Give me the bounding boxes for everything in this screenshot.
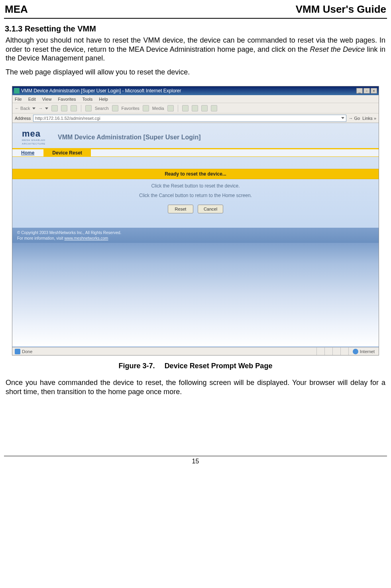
section-heading: 3.1.3 Resetting the VMM [0, 24, 391, 35]
window-titlebar: VMM Device Administration [Super User Lo… [12, 86, 379, 95]
page-content: mea MESH ENABLED ARCHITECTURE VMM Device… [12, 123, 379, 347]
cancel-button[interactable]: Cancel [198, 205, 223, 213]
doc-header-right: VMM User's Guide [296, 3, 386, 16]
page-footer: 15 [0, 456, 391, 471]
back-button[interactable]: ← Back [15, 106, 35, 111]
chevron-down-icon [32, 107, 35, 109]
copyright-footer: © Copyright 2003 MeshNetworks Inc., All … [12, 228, 379, 243]
stop-icon[interactable] [51, 105, 58, 111]
figure-label: Figure 3-7. [119, 362, 155, 370]
menu-view[interactable]: View [42, 97, 52, 102]
address-value: http://172.16.1.52/admin/reset.cgi [35, 116, 100, 121]
paragraph-1: Although you should not have to reset th… [0, 35, 391, 67]
go-label: Go [354, 116, 360, 121]
header-rule [4, 18, 387, 19]
address-bar: Address http://172.16.1.52/admin/reset.c… [12, 113, 379, 123]
status-done-label: Done [22, 349, 32, 354]
status-done: Done [12, 349, 35, 354]
window-buttons: _ ▫ × [356, 88, 377, 94]
tab-rest [91, 149, 379, 156]
ready-banner: Ready to reset the device... [12, 169, 379, 179]
status-internet-label: Internet [360, 349, 375, 354]
figure-caption: Figure 3-7.Device Reset Prompt Web Page [0, 359, 391, 377]
status-bar: Done Internet [12, 347, 379, 355]
back-label: Back [20, 106, 30, 111]
tab-strip: Home Device Reset [12, 148, 379, 157]
ie-icon [14, 88, 20, 94]
home-icon[interactable] [71, 105, 77, 111]
address-input[interactable]: http://172.16.1.52/admin/reset.cgi [33, 115, 346, 122]
go-button[interactable]: → Go [349, 116, 360, 121]
status-cell [324, 348, 332, 355]
moreinfo-link[interactable]: www.meshnetworks.com [64, 236, 108, 240]
status-cells: Internet [316, 348, 379, 355]
search-label: Search [95, 106, 109, 111]
chevron-down-icon[interactable] [341, 117, 344, 119]
history-icon[interactable] [167, 105, 174, 111]
discuss-icon[interactable] [211, 105, 217, 111]
print-icon[interactable] [192, 105, 198, 111]
forward-button[interactable]: → [39, 106, 48, 111]
tab-home[interactable]: Home [12, 149, 43, 156]
paragraph-3: Once you have commanded the device to re… [0, 377, 391, 400]
paragraph-2: The web page displayed will allow you to… [0, 67, 391, 81]
media-label: Media [152, 106, 164, 111]
window-title: VMM Device Administration [Super User Lo… [21, 88, 181, 94]
close-button[interactable]: × [371, 88, 377, 94]
internet-icon [353, 349, 358, 354]
figure-title: Device Reset Prompt Web Page [165, 362, 273, 370]
links-button[interactable]: Links » [362, 116, 376, 121]
logo-sub1: MESH ENABLED [22, 139, 51, 142]
instruction-2: Click the Cancel button to return to the… [12, 189, 379, 198]
menu-edit[interactable]: Edit [28, 97, 36, 102]
logo-sub2: ARCHITECTURE [22, 143, 51, 145]
favorites-label: Favorites [122, 106, 140, 111]
page-number: 15 [0, 456, 391, 471]
page-title: VMM Device Administration [Super User Lo… [58, 134, 201, 141]
search-icon[interactable] [85, 105, 92, 111]
menu-help[interactable]: Help [99, 97, 108, 102]
status-internet: Internet [348, 348, 379, 355]
mail-icon[interactable] [182, 105, 189, 111]
status-cell [332, 348, 340, 355]
toolbar: ← Back → Search Favorites Media [12, 103, 379, 113]
favorites-icon[interactable] [112, 105, 118, 111]
maximize-button[interactable]: ▫ [363, 88, 370, 94]
para1-em: Reset the Device [310, 45, 365, 53]
menu-tools[interactable]: Tools [83, 97, 93, 102]
minimize-button[interactable]: _ [356, 88, 363, 94]
status-cell [316, 348, 324, 355]
mea-logo: mea MESH ENABLED ARCHITECTURE [22, 129, 51, 145]
toolbar-separator [81, 105, 81, 112]
button-row: Reset Cancel [12, 198, 379, 220]
doc-header-left: MEA [5, 3, 28, 16]
instruction-1: Click the Reset button to reset the devi… [12, 179, 379, 189]
edit-icon[interactable] [201, 105, 208, 111]
logo-text: mea [22, 129, 51, 138]
address-label: Address [15, 116, 31, 121]
menu-favorites[interactable]: Favorites [58, 97, 76, 102]
refresh-icon[interactable] [61, 105, 67, 111]
menubar: File Edit View Favorites Tools Help [12, 95, 379, 103]
gradient-fill [12, 243, 379, 346]
media-icon[interactable] [143, 105, 149, 111]
ie-window-screenshot: VMM Device Administration [Super User Lo… [12, 86, 379, 356]
toolbar-separator [178, 105, 178, 112]
copyright-text: © Copyright 2003 MeshNetworks Inc., All … [17, 230, 374, 236]
tab-device-reset[interactable]: Device Reset [43, 149, 91, 156]
menu-file[interactable]: File [15, 97, 22, 102]
reset-button[interactable]: Reset [168, 205, 193, 213]
done-icon [15, 349, 20, 354]
links-label: Links [362, 116, 373, 121]
chevron-down-icon [45, 107, 48, 109]
moreinfo-text: For more information, visit [17, 236, 64, 240]
status-cell [340, 348, 348, 355]
